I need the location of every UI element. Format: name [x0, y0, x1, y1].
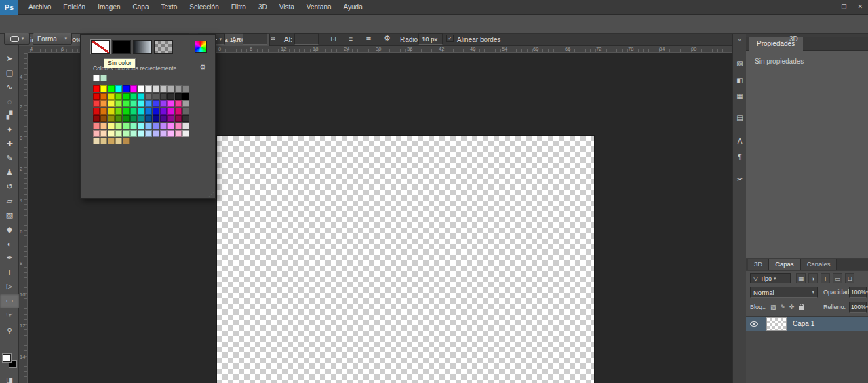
gear-icon[interactable]: ⚙	[199, 63, 206, 72]
color-swatch[interactable]	[115, 100, 122, 107]
workspace-switcher[interactable]: 3D	[789, 35, 798, 43]
color-swatch[interactable]	[100, 85, 107, 92]
color-swatch[interactable]	[182, 85, 189, 92]
color-swatch[interactable]	[138, 100, 144, 107]
color-swatch[interactable]	[182, 130, 189, 137]
color-swatch[interactable]	[153, 85, 159, 92]
color-swatch[interactable]	[123, 85, 130, 92]
color-swatch[interactable]	[175, 130, 182, 137]
color-swatch[interactable]	[108, 138, 115, 144]
color-swatch[interactable]	[182, 93, 189, 100]
color-swatch[interactable]	[93, 75, 100, 81]
blend-mode-dropdown[interactable]: Normal ▾	[750, 287, 818, 298]
pen-tool[interactable]: ✒	[0, 251, 19, 265]
spot-healing-brush-tool[interactable]: ✚	[0, 137, 19, 151]
shape-width-input[interactable]	[243, 33, 267, 45]
rectangular-marquee-tool[interactable]: ▢	[0, 66, 19, 80]
color-swatch[interactable]	[160, 108, 167, 115]
color-swatch[interactable]	[138, 130, 144, 137]
color-swatch[interactable]	[93, 85, 100, 92]
color-swatch[interactable]	[115, 85, 122, 92]
eraser-tool[interactable]: ▱	[0, 194, 19, 208]
filter-smart-objects-icon[interactable]: ⊡	[845, 273, 854, 283]
color-swatch[interactable]	[160, 100, 167, 107]
color-swatch[interactable]	[100, 93, 107, 100]
layer-visibility-toggle[interactable]	[746, 317, 762, 331]
color-swatch[interactable]	[138, 115, 144, 122]
color-swatch[interactable]	[167, 85, 174, 92]
menu-item-vista[interactable]: Vista	[273, 0, 300, 15]
color-swatch[interactable]	[123, 115, 130, 122]
filter-adjustment-layers-icon[interactable]: ◑	[808, 273, 818, 283]
menu-item-capa[interactable]: Capa	[127, 0, 155, 15]
color-swatch[interactable]	[167, 108, 174, 115]
color-swatch[interactable]	[93, 108, 100, 115]
color-swatch[interactable]	[130, 85, 137, 92]
info-panel-icon[interactable]: ▤	[733, 114, 747, 121]
shape-height-input[interactable]	[294, 33, 319, 45]
color-swatch[interactable]	[100, 75, 107, 81]
color-swatch[interactable]	[167, 123, 174, 129]
color-swatch[interactable]	[182, 123, 189, 129]
gradient-tool[interactable]: ▨	[0, 208, 19, 222]
tab-capas[interactable]: Capas	[769, 259, 800, 270]
color-swatch[interactable]	[108, 93, 115, 100]
color-swatch[interactable]	[175, 100, 182, 107]
crop-tool[interactable]: ▞	[0, 108, 19, 123]
combine-shapes-icon[interactable]: ⊡	[327, 33, 340, 45]
color-swatch[interactable]	[153, 108, 159, 115]
filter-pixel-layers-icon[interactable]: ▦	[796, 273, 806, 283]
color-swatch[interactable]	[100, 108, 107, 115]
masks-panel-icon[interactable]: ◧	[733, 77, 747, 84]
menu-item-filtro[interactable]: Filtro	[225, 0, 252, 15]
color-swatch[interactable]	[108, 123, 115, 129]
lock-transparency-icon[interactable]: ▨	[770, 304, 776, 310]
brush-tool[interactable]: ✎	[0, 151, 19, 165]
color-swatch[interactable]	[182, 115, 189, 122]
menu-item-3d[interactable]: 3D	[252, 0, 273, 15]
clone-stamp-tool[interactable]: ♟	[0, 165, 19, 180]
tab-canales[interactable]: Canales	[801, 259, 837, 270]
filter-shape-layers-icon[interactable]: ▭	[833, 273, 842, 283]
color-swatch[interactable]	[138, 108, 144, 115]
color-swatch[interactable]	[182, 108, 189, 115]
color-swatch[interactable]	[123, 93, 130, 100]
history-brush-tool[interactable]: ↺	[0, 180, 19, 194]
color-swatch[interactable]	[167, 100, 174, 107]
paragraph-panel-icon[interactable]: ¶	[733, 153, 747, 161]
solid-color-button[interactable]	[112, 40, 131, 54]
layer-fill-input[interactable]: 100% ▾	[849, 302, 867, 313]
layer-row[interactable]: Capa 1	[746, 317, 868, 331]
menu-item-ayuda[interactable]: Ayuda	[338, 0, 369, 15]
color-swatch[interactable]	[123, 130, 130, 137]
rounded-rectangle-tool[interactable]: ▭	[0, 294, 19, 308]
tool-mode-dropdown[interactable]: Forma ▾	[33, 33, 72, 45]
horizontal-type-tool[interactable]: T	[0, 265, 19, 279]
color-swatch[interactable]	[130, 93, 137, 100]
resize-grip[interactable]: ⋰	[208, 192, 214, 198]
color-swatch[interactable]	[153, 123, 159, 129]
layer-filter-dropdown[interactable]: ▽ Tipo ▾	[750, 273, 791, 283]
color-swatch[interactable]	[93, 100, 100, 107]
menu-item-seleccion[interactable]: Selección	[183, 0, 224, 15]
color-swatch[interactable]	[145, 123, 152, 129]
dodge-tool[interactable]: ◐	[0, 237, 19, 251]
restore-button[interactable]: ❐	[841, 0, 846, 14]
color-swatch[interactable]	[100, 115, 107, 122]
color-swatch[interactable]	[153, 100, 159, 107]
blur-tool[interactable]: ◆	[0, 222, 19, 237]
color-swatch[interactable]	[145, 100, 152, 107]
minimize-button[interactable]: —	[824, 0, 830, 14]
menu-item-edicion[interactable]: Edición	[57, 0, 92, 15]
quick-mask-button[interactable]: ◨	[0, 373, 19, 383]
vertical-ruler[interactable]: 4202468101214	[19, 53, 28, 383]
color-swatch[interactable]	[175, 115, 182, 122]
color-swatch[interactable]	[145, 93, 152, 100]
histogram-panel-icon[interactable]: ▦	[733, 92, 747, 100]
menu-item-imagen[interactable]: Imagen	[92, 0, 126, 15]
color-swatch[interactable]	[167, 93, 174, 100]
color-swatch[interactable]	[160, 130, 167, 137]
color-swatch[interactable]	[130, 108, 137, 115]
color-swatch[interactable]	[93, 93, 100, 100]
lock-position-icon[interactable]: ✛	[789, 304, 795, 310]
